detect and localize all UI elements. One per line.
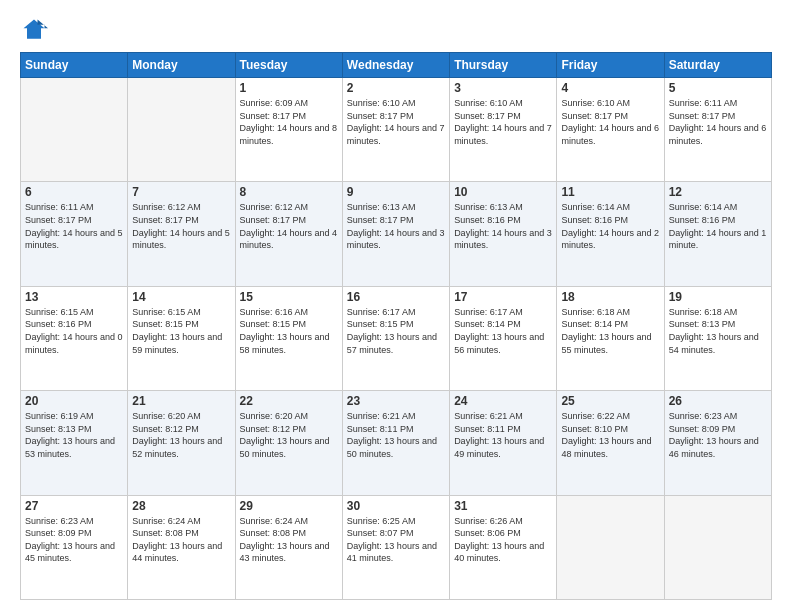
week-row-4: 27Sunrise: 6:23 AMSunset: 8:09 PMDayligh… — [21, 495, 772, 599]
day-number: 22 — [240, 394, 338, 408]
header-row: SundayMondayTuesdayWednesdayThursdayFrid… — [21, 53, 772, 78]
day-number: 6 — [25, 185, 123, 199]
day-info: Sunrise: 6:14 AMSunset: 8:16 PMDaylight:… — [561, 201, 659, 251]
calendar-cell: 6Sunrise: 6:11 AMSunset: 8:17 PMDaylight… — [21, 182, 128, 286]
day-number: 13 — [25, 290, 123, 304]
header-day-friday: Friday — [557, 53, 664, 78]
day-info: Sunrise: 6:17 AMSunset: 8:14 PMDaylight:… — [454, 306, 552, 356]
calendar-cell: 29Sunrise: 6:24 AMSunset: 8:08 PMDayligh… — [235, 495, 342, 599]
day-info: Sunrise: 6:09 AMSunset: 8:17 PMDaylight:… — [240, 97, 338, 147]
calendar-cell — [128, 78, 235, 182]
header — [20, 16, 772, 44]
day-number: 29 — [240, 499, 338, 513]
calendar-cell: 31Sunrise: 6:26 AMSunset: 8:06 PMDayligh… — [450, 495, 557, 599]
calendar-cell: 16Sunrise: 6:17 AMSunset: 8:15 PMDayligh… — [342, 286, 449, 390]
calendar-cell — [557, 495, 664, 599]
day-info: Sunrise: 6:18 AMSunset: 8:14 PMDaylight:… — [561, 306, 659, 356]
calendar-cell: 11Sunrise: 6:14 AMSunset: 8:16 PMDayligh… — [557, 182, 664, 286]
week-row-0: 1Sunrise: 6:09 AMSunset: 8:17 PMDaylight… — [21, 78, 772, 182]
calendar-cell: 7Sunrise: 6:12 AMSunset: 8:17 PMDaylight… — [128, 182, 235, 286]
calendar-cell: 1Sunrise: 6:09 AMSunset: 8:17 PMDaylight… — [235, 78, 342, 182]
calendar-table: SundayMondayTuesdayWednesdayThursdayFrid… — [20, 52, 772, 600]
day-number: 2 — [347, 81, 445, 95]
day-info: Sunrise: 6:13 AMSunset: 8:16 PMDaylight:… — [454, 201, 552, 251]
header-day-sunday: Sunday — [21, 53, 128, 78]
week-row-3: 20Sunrise: 6:19 AMSunset: 8:13 PMDayligh… — [21, 391, 772, 495]
day-number: 28 — [132, 499, 230, 513]
day-info: Sunrise: 6:21 AMSunset: 8:11 PMDaylight:… — [347, 410, 445, 460]
day-number: 24 — [454, 394, 552, 408]
day-number: 21 — [132, 394, 230, 408]
day-number: 12 — [669, 185, 767, 199]
day-number: 10 — [454, 185, 552, 199]
day-info: Sunrise: 6:18 AMSunset: 8:13 PMDaylight:… — [669, 306, 767, 356]
day-number: 26 — [669, 394, 767, 408]
calendar-cell: 15Sunrise: 6:16 AMSunset: 8:15 PMDayligh… — [235, 286, 342, 390]
day-number: 23 — [347, 394, 445, 408]
calendar-cell: 5Sunrise: 6:11 AMSunset: 8:17 PMDaylight… — [664, 78, 771, 182]
calendar-cell — [21, 78, 128, 182]
day-number: 5 — [669, 81, 767, 95]
calendar-cell: 4Sunrise: 6:10 AMSunset: 8:17 PMDaylight… — [557, 78, 664, 182]
calendar-cell: 8Sunrise: 6:12 AMSunset: 8:17 PMDaylight… — [235, 182, 342, 286]
day-info: Sunrise: 6:12 AMSunset: 8:17 PMDaylight:… — [240, 201, 338, 251]
calendar-cell: 3Sunrise: 6:10 AMSunset: 8:17 PMDaylight… — [450, 78, 557, 182]
day-number: 8 — [240, 185, 338, 199]
header-day-monday: Monday — [128, 53, 235, 78]
day-number: 18 — [561, 290, 659, 304]
day-info: Sunrise: 6:10 AMSunset: 8:17 PMDaylight:… — [347, 97, 445, 147]
day-info: Sunrise: 6:15 AMSunset: 8:15 PMDaylight:… — [132, 306, 230, 356]
day-info: Sunrise: 6:20 AMSunset: 8:12 PMDaylight:… — [240, 410, 338, 460]
day-number: 11 — [561, 185, 659, 199]
calendar-cell: 13Sunrise: 6:15 AMSunset: 8:16 PMDayligh… — [21, 286, 128, 390]
day-number: 19 — [669, 290, 767, 304]
day-info: Sunrise: 6:24 AMSunset: 8:08 PMDaylight:… — [132, 515, 230, 565]
calendar-cell: 18Sunrise: 6:18 AMSunset: 8:14 PMDayligh… — [557, 286, 664, 390]
page: SundayMondayTuesdayWednesdayThursdayFrid… — [0, 0, 792, 612]
day-number: 16 — [347, 290, 445, 304]
calendar-cell: 10Sunrise: 6:13 AMSunset: 8:16 PMDayligh… — [450, 182, 557, 286]
day-info: Sunrise: 6:23 AMSunset: 8:09 PMDaylight:… — [669, 410, 767, 460]
day-info: Sunrise: 6:23 AMSunset: 8:09 PMDaylight:… — [25, 515, 123, 565]
calendar-cell: 17Sunrise: 6:17 AMSunset: 8:14 PMDayligh… — [450, 286, 557, 390]
day-info: Sunrise: 6:10 AMSunset: 8:17 PMDaylight:… — [454, 97, 552, 147]
calendar-cell: 24Sunrise: 6:21 AMSunset: 8:11 PMDayligh… — [450, 391, 557, 495]
day-info: Sunrise: 6:16 AMSunset: 8:15 PMDaylight:… — [240, 306, 338, 356]
day-info: Sunrise: 6:10 AMSunset: 8:17 PMDaylight:… — [561, 97, 659, 147]
svg-marker-0 — [24, 20, 45, 39]
calendar-cell: 26Sunrise: 6:23 AMSunset: 8:09 PMDayligh… — [664, 391, 771, 495]
day-number: 14 — [132, 290, 230, 304]
day-info: Sunrise: 6:11 AMSunset: 8:17 PMDaylight:… — [669, 97, 767, 147]
calendar-header: SundayMondayTuesdayWednesdayThursdayFrid… — [21, 53, 772, 78]
day-info: Sunrise: 6:25 AMSunset: 8:07 PMDaylight:… — [347, 515, 445, 565]
calendar-cell: 21Sunrise: 6:20 AMSunset: 8:12 PMDayligh… — [128, 391, 235, 495]
day-info: Sunrise: 6:26 AMSunset: 8:06 PMDaylight:… — [454, 515, 552, 565]
logo — [20, 16, 52, 44]
day-number: 31 — [454, 499, 552, 513]
day-number: 17 — [454, 290, 552, 304]
day-number: 25 — [561, 394, 659, 408]
logo-icon — [20, 16, 48, 44]
header-day-saturday: Saturday — [664, 53, 771, 78]
calendar-cell: 25Sunrise: 6:22 AMSunset: 8:10 PMDayligh… — [557, 391, 664, 495]
day-number: 15 — [240, 290, 338, 304]
week-row-1: 6Sunrise: 6:11 AMSunset: 8:17 PMDaylight… — [21, 182, 772, 286]
calendar-cell: 12Sunrise: 6:14 AMSunset: 8:16 PMDayligh… — [664, 182, 771, 286]
day-info: Sunrise: 6:17 AMSunset: 8:15 PMDaylight:… — [347, 306, 445, 356]
header-day-thursday: Thursday — [450, 53, 557, 78]
calendar-cell: 23Sunrise: 6:21 AMSunset: 8:11 PMDayligh… — [342, 391, 449, 495]
day-number: 27 — [25, 499, 123, 513]
week-row-2: 13Sunrise: 6:15 AMSunset: 8:16 PMDayligh… — [21, 286, 772, 390]
calendar-cell: 2Sunrise: 6:10 AMSunset: 8:17 PMDaylight… — [342, 78, 449, 182]
day-info: Sunrise: 6:12 AMSunset: 8:17 PMDaylight:… — [132, 201, 230, 251]
day-info: Sunrise: 6:19 AMSunset: 8:13 PMDaylight:… — [25, 410, 123, 460]
header-day-wednesday: Wednesday — [342, 53, 449, 78]
calendar-cell: 27Sunrise: 6:23 AMSunset: 8:09 PMDayligh… — [21, 495, 128, 599]
day-number: 30 — [347, 499, 445, 513]
calendar-cell: 19Sunrise: 6:18 AMSunset: 8:13 PMDayligh… — [664, 286, 771, 390]
day-info: Sunrise: 6:11 AMSunset: 8:17 PMDaylight:… — [25, 201, 123, 251]
calendar-cell: 30Sunrise: 6:25 AMSunset: 8:07 PMDayligh… — [342, 495, 449, 599]
calendar-cell: 20Sunrise: 6:19 AMSunset: 8:13 PMDayligh… — [21, 391, 128, 495]
day-number: 20 — [25, 394, 123, 408]
calendar-cell — [664, 495, 771, 599]
